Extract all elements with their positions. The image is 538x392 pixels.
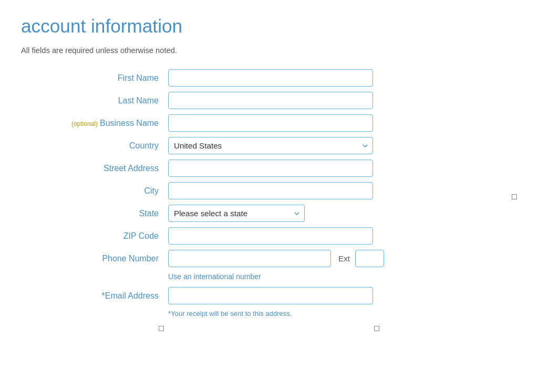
business-name-label: (optional)Business Name xyxy=(21,119,168,128)
street-address-label: Street Address xyxy=(21,164,168,173)
phone-input[interactable] xyxy=(168,250,331,267)
city-label: City xyxy=(21,186,168,196)
state-select[interactable]: Please select a state Alabama Alaska Ari… xyxy=(168,205,305,222)
city-row: City xyxy=(21,182,494,199)
ext-label: Ext xyxy=(338,254,350,263)
last-name-label: Last Name xyxy=(21,96,168,105)
street-address-input[interactable] xyxy=(168,160,373,177)
street-address-row: Street Address xyxy=(21,160,494,177)
phone-number-row: Phone Number Ext xyxy=(21,250,494,267)
city-input[interactable] xyxy=(168,182,373,199)
account-form: First Name Last Name (optional)Business … xyxy=(21,69,494,317)
country-label: Country xyxy=(21,141,168,151)
first-name-input[interactable] xyxy=(168,69,373,87)
decorative-boxes-row xyxy=(21,326,517,331)
side-corner-box xyxy=(512,194,517,199)
first-name-row: First Name xyxy=(21,69,494,87)
phone-field-group: Ext xyxy=(168,250,384,267)
country-select[interactable]: United States Canada United Kingdom Aust… xyxy=(168,137,373,154)
international-number-link[interactable]: Use an international number xyxy=(168,272,494,281)
state-row: State Please select a state Alabama Alas… xyxy=(21,205,494,222)
page-title: account information xyxy=(21,16,517,37)
first-name-label: First Name xyxy=(21,73,168,83)
last-name-input[interactable] xyxy=(168,92,373,109)
bottom-left-box xyxy=(159,326,164,331)
business-name-input[interactable] xyxy=(168,114,373,132)
zip-code-input[interactable] xyxy=(168,227,373,245)
email-label: *Email Address xyxy=(21,291,168,301)
receipt-note: *Your receipt will be sent to this addre… xyxy=(168,310,494,317)
email-row: *Email Address xyxy=(21,287,494,304)
country-row: Country United States Canada United King… xyxy=(21,137,494,154)
business-name-row: (optional)Business Name xyxy=(21,114,494,132)
optional-tag: (optional) xyxy=(71,120,98,128)
form-subtitle: All fields are required unless otherwise… xyxy=(21,46,517,55)
ext-input[interactable] xyxy=(355,250,384,267)
zip-code-label: ZIP Code xyxy=(21,231,168,241)
bottom-right-box xyxy=(374,326,379,331)
phone-number-label: Phone Number xyxy=(21,254,168,263)
zip-code-row: ZIP Code xyxy=(21,227,494,245)
last-name-row: Last Name xyxy=(21,92,494,109)
email-input[interactable] xyxy=(168,287,373,304)
state-label: State xyxy=(21,209,168,218)
